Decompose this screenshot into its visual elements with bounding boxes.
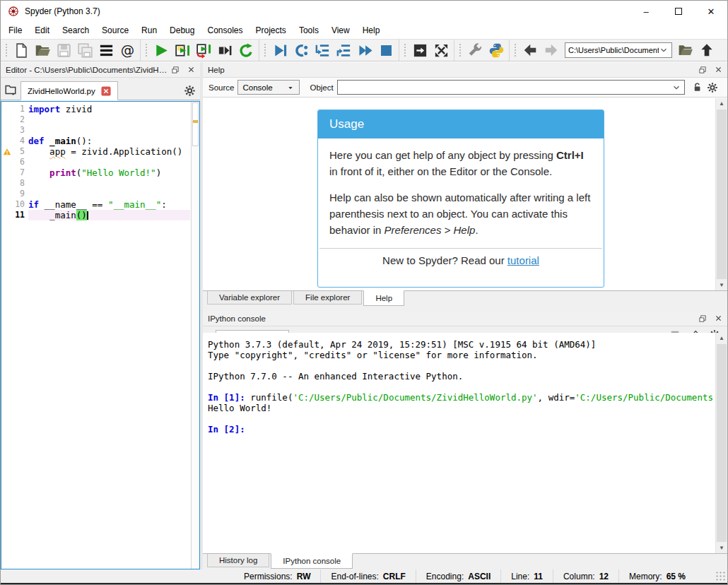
code-text [28, 178, 190, 189]
spyder-logo-icon [8, 6, 19, 17]
helparea-tab-help[interactable]: Help [363, 290, 404, 306]
editor-float-button[interactable] [169, 64, 182, 76]
maximize-pane-button[interactable] [409, 40, 430, 60]
help-float-button[interactable] [696, 64, 709, 76]
run-selection-button[interactable] [214, 40, 235, 60]
scroll-down-arrow-icon[interactable]: ▼ [716, 280, 727, 290]
scrollbar-thumb[interactable] [717, 110, 727, 279]
maximize-icon [675, 8, 682, 15]
console-float-button[interactable] [696, 312, 709, 325]
forward-button[interactable] [541, 40, 562, 60]
debug-step-return-button[interactable] [333, 40, 354, 60]
code-line-8: 8 [1, 178, 190, 189]
code-token: print [49, 167, 76, 178]
help-close-button[interactable] [712, 64, 724, 76]
menu-consoles[interactable]: Consoles [201, 22, 249, 39]
console-content[interactable]: Python 3.7.3 (default, Apr 24 2019, 15:2… [203, 333, 727, 553]
pythonpath-manager-button[interactable] [486, 40, 507, 60]
menu-source[interactable]: Source [95, 22, 135, 39]
working-directory-combobox[interactable]: C:\Users\Public\Documents [565, 42, 672, 58]
browse-tabs-button[interactable] [1, 81, 20, 99]
consolearea-tab-ipython-console[interactable]: IPython console [271, 553, 353, 569]
gutter-cell [1, 125, 12, 136]
run-file-button[interactable] [151, 40, 172, 60]
menu-debug[interactable]: Debug [163, 22, 201, 39]
scroll-up-arrow-icon[interactable]: ▲ [716, 98, 727, 109]
console-scrollbar[interactable]: ▲ ▼ [715, 333, 727, 553]
code-line-4: 4def _main(): [1, 136, 190, 146]
line-number: 11 [12, 210, 28, 220]
maximize-button[interactable] [662, 1, 695, 22]
help-source-row: Source Console Object [203, 78, 727, 98]
menu-search[interactable]: Search [56, 22, 95, 39]
parent-directory-button[interactable] [696, 40, 717, 60]
code-line-1: 1import zivid [1, 104, 190, 114]
scrollbar-thumb[interactable] [717, 344, 727, 542]
editor-close-button[interactable] [184, 64, 197, 76]
save-file-button[interactable] [53, 40, 74, 60]
code-token: _main [49, 136, 76, 146]
code-editor[interactable]: 1import zivid234def _main():5 app = zivi… [1, 101, 200, 569]
menu-file[interactable]: File [2, 22, 28, 39]
help-scrollbar[interactable]: ▲ ▼ [715, 98, 727, 290]
scroll-down-arrow-icon[interactable]: ▼ [716, 543, 727, 553]
editor-tab-close-icon[interactable] [101, 86, 111, 96]
back-button[interactable] [519, 40, 541, 60]
code-text: app = zivid.Application() [28, 146, 190, 157]
console-close-button[interactable] [712, 312, 724, 325]
rerun-cell-button[interactable] [235, 40, 257, 60]
menu-tools[interactable]: Tools [293, 22, 325, 39]
editor-options-button[interactable] [184, 85, 196, 97]
tutorial-link[interactable]: tutorial [507, 254, 539, 266]
run-cell-icon [175, 42, 191, 59]
console-line-5 [208, 382, 715, 392]
help-options-button[interactable] [706, 81, 719, 94]
menu-help[interactable]: Help [356, 22, 387, 39]
resize-grip[interactable] [716, 572, 726, 581]
debug-stop-button[interactable] [375, 40, 397, 60]
lock-button[interactable] [691, 81, 703, 94]
debug-step-button[interactable] [290, 40, 312, 60]
menu-edit[interactable]: Edit [28, 22, 56, 39]
open-working-directory-button[interactable] [675, 40, 696, 60]
gutter-cell [1, 157, 12, 167]
object-combobox[interactable] [337, 80, 685, 95]
status-end-of-lines: End-of-lines:CRLF [320, 569, 415, 583]
code-text [28, 125, 190, 136]
chevron-down-icon [671, 83, 681, 93]
debug-file-button[interactable] [269, 40, 290, 60]
save-all-button[interactable] [74, 40, 95, 60]
options-gear-icon [707, 82, 718, 93]
consolearea-tab-history-log[interactable]: History log [207, 554, 269, 567]
status-value: 12 [599, 572, 609, 581]
menu-view[interactable]: View [325, 22, 356, 39]
debug-continue-button[interactable] [354, 40, 375, 60]
source-select[interactable]: Console [237, 80, 300, 95]
code-text [28, 189, 190, 199]
minimize-button[interactable]: – [630, 1, 662, 22]
preferences-button[interactable] [464, 40, 486, 60]
editor-tab[interactable]: ZividHelloWorld.py [20, 81, 118, 100]
debug-step-into-button[interactable] [312, 40, 333, 60]
close-button[interactable]: ✕ [695, 1, 727, 22]
run-cell-advance-button[interactable] [193, 40, 214, 60]
line-number: 1 [12, 104, 28, 114]
text-span: Preferences > Help [384, 224, 476, 236]
float-pane-icon [698, 314, 707, 323]
symbol-finder-button[interactable]: @ [117, 40, 138, 60]
file-switcher-button[interactable] [95, 40, 117, 60]
usage-paragraph-1: Here you can get help of any object by p… [329, 147, 592, 179]
helparea-tab-file-explorer[interactable]: File explorer [293, 291, 362, 305]
fullscreen-button[interactable] [430, 40, 452, 60]
helparea-tab-variable-explorer[interactable]: Variable explorer [207, 291, 292, 305]
warning-triangle-icon [1, 146, 12, 157]
open-file-button[interactable] [32, 40, 53, 60]
menu-run[interactable]: Run [135, 22, 163, 39]
run-cell-button[interactable] [172, 40, 193, 60]
code-token [28, 167, 49, 178]
scroll-up-arrow-icon[interactable]: ▲ [716, 333, 727, 343]
gutter-cell [1, 104, 12, 114]
new-file-button[interactable] [11, 40, 32, 60]
menu-projects[interactable]: Projects [249, 22, 293, 39]
editor-scrollflag[interactable] [191, 102, 199, 569]
